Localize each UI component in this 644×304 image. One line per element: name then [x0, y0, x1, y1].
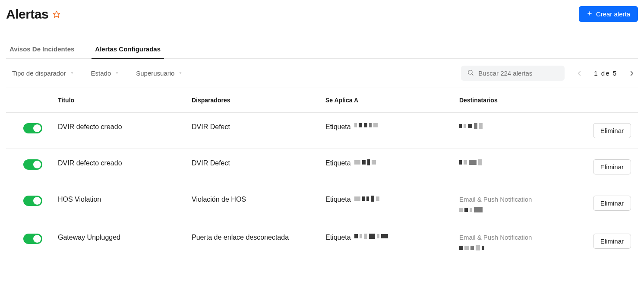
- cell-title[interactable]: DVIR defecto creado: [58, 123, 192, 131]
- caret-down-icon: [69, 70, 75, 77]
- col-triggers: Disparadores: [192, 97, 325, 104]
- tab-incident-notices[interactable]: Avisos De Incidentes: [6, 40, 78, 59]
- redacted-value: [354, 123, 378, 127]
- cell-title[interactable]: DVIR defecto creado: [58, 159, 192, 167]
- recipient-channel-label: Email & Push Notification: [459, 234, 582, 241]
- redacted-value: [354, 159, 376, 165]
- enable-toggle[interactable]: [23, 234, 42, 244]
- table-row: Gateway Unplugged Puerta de enlace desco…: [6, 223, 638, 261]
- redacted-value: [354, 234, 388, 239]
- col-recipients: Destinatarios: [459, 97, 582, 104]
- create-alert-label: Crear alerta: [596, 10, 630, 18]
- search-input[interactable]: [478, 70, 559, 77]
- paginator: 1 de 5: [573, 67, 638, 79]
- filter-label: Superusuario: [136, 70, 174, 77]
- caret-down-icon: [178, 70, 183, 77]
- cell-trigger: DVIR Defect: [192, 159, 325, 167]
- svg-line-4: [472, 74, 473, 75]
- star-icon[interactable]: [53, 10, 60, 18]
- redacted-value: [354, 196, 379, 202]
- page-next-button[interactable]: [626, 67, 638, 79]
- delete-button[interactable]: Eliminar: [593, 123, 631, 138]
- enable-toggle[interactable]: [23, 159, 42, 170]
- cell-applies-label: Etiqueta: [325, 234, 351, 241]
- page-prev-button[interactable]: [573, 67, 585, 79]
- filter-superuser[interactable]: Superusuario: [130, 66, 189, 80]
- tab-configured-alerts[interactable]: Alertas Configuradas: [92, 40, 164, 59]
- redacted-value: [459, 159, 582, 165]
- svg-marker-0: [54, 11, 60, 17]
- redacted-value: [459, 123, 582, 129]
- create-alert-button[interactable]: Crear alerta: [579, 6, 638, 22]
- page-indicator: 1 de 5: [594, 70, 617, 77]
- filter-state[interactable]: Estado: [85, 66, 126, 80]
- redacted-value: [459, 245, 582, 250]
- table-header: Título Disparadores Se Aplica A Destinat…: [6, 88, 638, 113]
- delete-button[interactable]: Eliminar: [593, 234, 631, 249]
- cell-title[interactable]: HOS Violation: [58, 196, 192, 203]
- table-row: DVIR defecto creado DVIR Defect Etiqueta…: [6, 149, 638, 185]
- search-box[interactable]: [461, 66, 565, 81]
- cell-applies-label: Etiqueta: [325, 196, 351, 203]
- delete-button[interactable]: Eliminar: [593, 159, 631, 174]
- cell-trigger: DVIR Defect: [192, 123, 325, 131]
- filter-label: Estado: [91, 70, 111, 77]
- plus-icon: [587, 10, 593, 18]
- delete-button[interactable]: Eliminar: [593, 196, 631, 211]
- col-applies-to: Se Aplica A: [325, 97, 459, 104]
- svg-point-3: [468, 70, 472, 74]
- cell-applies-label: Etiqueta: [325, 159, 351, 167]
- filter-label: Tipo de disparador: [12, 70, 66, 77]
- col-title: Título: [58, 97, 192, 104]
- cell-trigger: Violación de HOS: [192, 196, 325, 203]
- caret-down-icon: [114, 70, 120, 77]
- page-title: Alertas: [6, 7, 48, 22]
- redacted-value: [459, 207, 582, 212]
- enable-toggle[interactable]: [23, 196, 42, 206]
- cell-applies-label: Etiqueta: [325, 123, 351, 131]
- tabs: Avisos De Incidentes Alertas Configurada…: [6, 40, 638, 59]
- table-row: DVIR defecto creado DVIR Defect Etiqueta…: [6, 113, 638, 149]
- enable-toggle[interactable]: [23, 123, 42, 133]
- cell-trigger: Puerta de enlace desconectada: [192, 234, 325, 241]
- table-row: HOS Violation Violación de HOS Etiqueta …: [6, 185, 638, 223]
- search-icon: [467, 69, 474, 77]
- recipient-channel-label: Email & Push Notification: [459, 196, 582, 203]
- filter-trigger-type[interactable]: Tipo de disparador: [6, 66, 81, 80]
- cell-title[interactable]: Gateway Unplugged: [58, 234, 192, 241]
